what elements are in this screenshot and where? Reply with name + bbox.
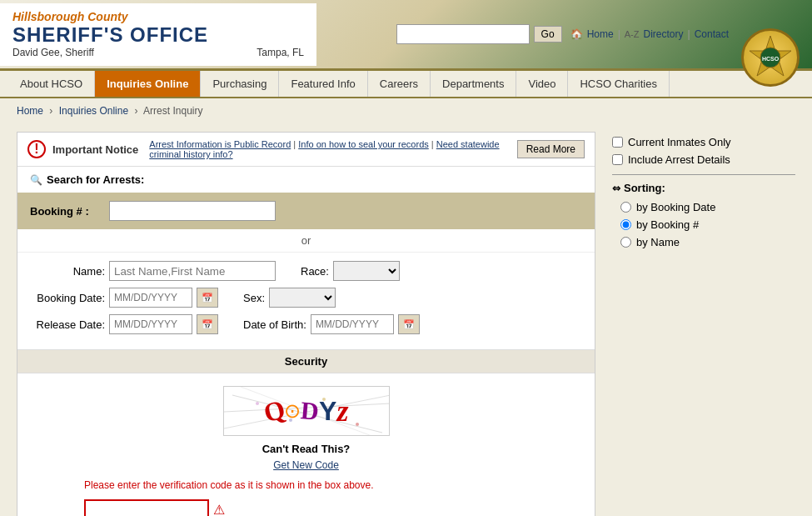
main-content: ! Important Notice Arrest Information is… [0,123,812,516]
get-new-code-link[interactable]: Get New Code [273,459,339,471]
header-links: 🏠 Home | A-Z Directory | Contact [570,28,729,40]
breadcrumb-parent[interactable]: Inquiries Online [59,105,128,117]
race-field-group: Race: [301,261,400,281]
booking-label: Booking # : [30,205,109,218]
sort-booking-date-label[interactable]: by Booking Date [636,201,715,213]
security-title: Security [17,350,595,373]
sorting-title: ⇔ Sorting: [612,182,795,194]
dob-field-group: Date of Birth: 📅 [243,314,420,334]
sort-booking-num-label[interactable]: by Booking # [636,218,699,231]
verification-input[interactable] [84,499,209,516]
nav-item-featured: Featured Info [279,71,367,97]
badge: HCSO [741,28,804,91]
notice-title: Important Notice [52,143,138,156]
captcha-image: Q ⊙ D Y z [223,386,390,436]
booking-date-calendar-button[interactable]: 📅 [197,288,218,308]
svg-point-10 [356,423,359,426]
race-select[interactable] [333,261,400,281]
booking-row: Booking # : [17,193,595,229]
sort-option-name: by Name [612,236,795,248]
header-search-input[interactable] [396,24,530,44]
security-section: Security Q [17,349,595,516]
release-date-input[interactable] [109,314,192,334]
or-divider: or [17,229,595,253]
important-notice: ! Important Notice Arrest Information is… [17,133,595,167]
sidebar-checkboxes: Current Inmates Only Include Arrest Deta… [612,136,795,166]
breadcrumb-sep2: › [134,105,137,117]
captcha-char-y: Y [319,396,336,427]
captcha-text-display: Q ⊙ D Y z [264,393,349,428]
notice-link-public[interactable]: Arrest Information is Public Record [149,139,291,149]
name-field-group: Name: [30,261,276,281]
name-input[interactable] [109,261,276,281]
release-date-calendar-button[interactable]: 📅 [197,314,218,334]
cant-read-text: Can't Read This? [30,443,582,455]
nav-link-departments[interactable]: Departments [431,71,516,97]
include-arrest-checkbox[interactable] [612,154,623,165]
header-go-button[interactable]: Go [534,26,562,43]
dob-input[interactable] [311,314,394,334]
svg-point-7 [256,402,259,405]
sort-booking-date-radio[interactable] [620,202,631,213]
home-link[interactable]: Home [587,28,614,40]
svg-text:HCSO: HCSO [762,56,780,62]
sheriff-info: David Gee, Sheriff Tampa, FL [12,47,304,58]
search-icon: 🔍 [30,174,42,186]
include-arrest-label[interactable]: Include Arrest Details [628,153,730,166]
sorting-arrows-icon: ⇔ [612,183,620,194]
current-inmates-checkbox[interactable] [612,137,623,148]
header-search: Go [396,24,562,44]
nav-link-careers[interactable]: Careers [368,71,431,97]
badge-star-icon: HCSO [744,31,797,84]
sex-field-group: Sex: [243,288,336,308]
nav-link-charities[interactable]: HCSO Charities [568,71,669,97]
sidebar-divider [612,174,795,175]
nav-item-video: Video [516,71,568,97]
nav-bar: About HCSO Inquiries Online Purchasing F… [0,71,812,98]
booking-date-input[interactable] [109,288,192,308]
booking-date-field-group: Booking Date: 📅 [30,288,218,308]
nav-item-careers: Careers [368,71,431,97]
nav-item-departments: Departments [431,71,516,97]
sidebar: Current Inmates Only Include Arrest Deta… [612,132,795,516]
verification-input-row: ⚠ [17,495,595,516]
sheriff-name-text: David Gee, Sheriff [12,47,94,58]
current-inmates-row: Current Inmates Only [612,136,795,148]
nav-item-about: About HCSO [8,71,95,97]
county-name: Hillsborough County [12,10,304,23]
nav-link-purchasing[interactable]: Purchasing [201,71,279,97]
nav-link-featured[interactable]: Featured Info [279,71,367,97]
nav-item-inquiries: Inquiries Online [95,71,201,97]
nav-item-charities: HCSO Charities [568,71,669,97]
notice-link-seal[interactable]: Info on how to seal your records [298,139,429,149]
header-right: Go 🏠 Home | A-Z Directory | Contact HC [316,24,812,44]
breadcrumb-home[interactable]: Home [17,105,43,117]
field-row-3: Release Date: 📅 Date of Birth: 📅 [30,314,582,334]
dob-calendar-button[interactable]: 📅 [398,314,420,334]
sort-name-radio[interactable] [620,237,631,248]
office-name: SHERIFF'S OFFICE [12,23,304,47]
nav-link-video[interactable]: Video [516,71,568,97]
field-row-1: Name: Race: [30,261,582,281]
include-arrest-row: Include Arrest Details [612,153,795,166]
home-icon: 🏠 [570,28,583,40]
sex-label: Sex: [243,292,265,304]
nav-link-inquiries[interactable]: Inquiries Online [95,71,201,97]
nav-link-about[interactable]: About HCSO [8,71,95,97]
booking-date-label: Booking Date: [30,292,105,304]
directory-link[interactable]: Directory [644,28,684,40]
error-icon: ⚠ [213,502,225,517]
location-text: Tampa, FL [257,47,304,58]
sort-name-label[interactable]: by Name [636,236,680,248]
sort-option-booking-num: by Booking # [612,218,795,231]
nav-list: About HCSO Inquiries Online Purchasing F… [0,71,812,97]
az-label: A-Z [625,29,640,39]
contact-link[interactable]: Contact [695,28,729,40]
sex-select[interactable] [269,288,336,308]
booking-number-input[interactable] [109,201,276,221]
sort-booking-num-radio[interactable] [620,219,631,230]
name-label: Name: [30,265,105,278]
notice-text: Arrest Information is Public Record | In… [149,139,510,159]
read-more-button[interactable]: Read More [517,140,585,158]
current-inmates-label[interactable]: Current Inmates Only [628,136,731,148]
